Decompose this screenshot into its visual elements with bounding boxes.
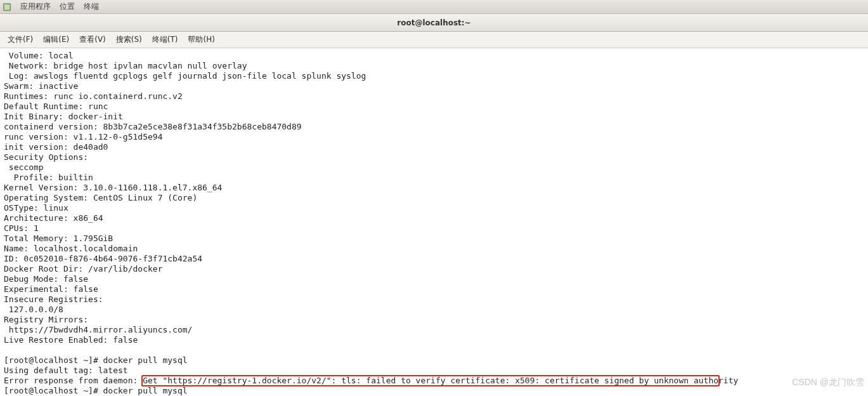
window-title-bar: root@localhost:~	[0, 14, 868, 32]
terminal-line: [root@localhost ~]# docker pull mysql	[4, 355, 864, 366]
terminal-line: Error response from daemon: Get "https:/…	[4, 376, 864, 386]
terminal-line: Init Binary: docker-init	[4, 112, 864, 122]
terminal-line: Runtimes: runc io.containerd.runc.v2	[4, 91, 864, 102]
menu-help[interactable]: 帮助(H)	[184, 33, 218, 46]
terminal-line: Kernel Version: 3.10.0-1160.118.1.el7.x8…	[4, 183, 864, 193]
svg-rect-1	[4, 4, 10, 10]
terminal-output[interactable]: Volume: local Network: bridge host ipvla…	[0, 48, 868, 396]
terminal-line: Swarm: inactive	[4, 81, 864, 91]
terminal-line: [root@localhost ~]# docker pull mysql	[4, 386, 864, 396]
terminal-line: Experimental: false	[4, 284, 864, 294]
terminal-line: Network: bridge host ipvlan macvlan null…	[4, 61, 864, 71]
menu-file[interactable]: 文件(F)	[4, 33, 37, 46]
system-icon	[3, 3, 11, 11]
terminal-line: Total Memory: 1.795GiB	[4, 234, 864, 244]
terminal-line: OSType: linux	[4, 203, 864, 213]
terminal-line	[4, 345, 864, 355]
window-title: root@localhost:~	[397, 18, 470, 27]
terminal-line: init version: de40ad0	[4, 142, 864, 152]
terminal-line: Insecure Registries:	[4, 294, 864, 305]
desktop-top-panel: 应用程序 位置 终端	[0, 0, 868, 14]
menu-search[interactable]: 搜索(S)	[112, 33, 146, 46]
terminal-line: https://7bwdvdh4.mirror.aliyuncs.com/	[4, 325, 864, 335]
menu-edit[interactable]: 编辑(E)	[39, 33, 73, 46]
menu-view[interactable]: 查看(V)	[75, 33, 110, 46]
terminal-line: Volume: local	[4, 51, 864, 61]
terminal-line: runc version: v1.1.12-0-g51d5e94	[4, 132, 864, 142]
terminal-line: Security Options:	[4, 152, 864, 162]
terminal-line: Operating System: CentOS Linux 7 (Core)	[4, 193, 864, 203]
terminal-line: Profile: builtin	[4, 173, 864, 183]
terminal-line: 127.0.0.0/8	[4, 305, 864, 315]
terminal-line: Using default tag: latest	[4, 366, 864, 376]
terminal-line: ID: 0c052010-f876-4b64-9076-f3f71cb42a54	[4, 254, 864, 264]
panel-menu-places[interactable]: 位置	[60, 1, 75, 12]
terminal-line: containerd version: 8b3b7ca2e5ce38e8f31a…	[4, 122, 864, 132]
terminal-line: Default Runtime: runc	[4, 102, 864, 112]
terminal-line: seccomp	[4, 162, 864, 173]
terminal-line: Registry Mirrors:	[4, 315, 864, 325]
terminal-line: Docker Root Dir: /var/lib/docker	[4, 264, 864, 274]
terminal-line: Log: awslogs fluentd gcplogs gelf journa…	[4, 71, 864, 81]
terminal-menu-bar: 文件(F) 编辑(E) 查看(V) 搜索(S) 终端(T) 帮助(H)	[0, 32, 868, 48]
panel-menu-terminal[interactable]: 终端	[84, 1, 99, 12]
terminal-line: CPUs: 1	[4, 223, 864, 234]
terminal-line: Live Restore Enabled: false	[4, 335, 864, 345]
terminal-line: Name: localhost.localdomain	[4, 244, 864, 254]
menu-terminal[interactable]: 终端(T)	[148, 33, 182, 46]
panel-menu-applications[interactable]: 应用程序	[20, 1, 51, 12]
terminal-line: Architecture: x86_64	[4, 213, 864, 223]
terminal-line: Debug Mode: false	[4, 274, 864, 284]
